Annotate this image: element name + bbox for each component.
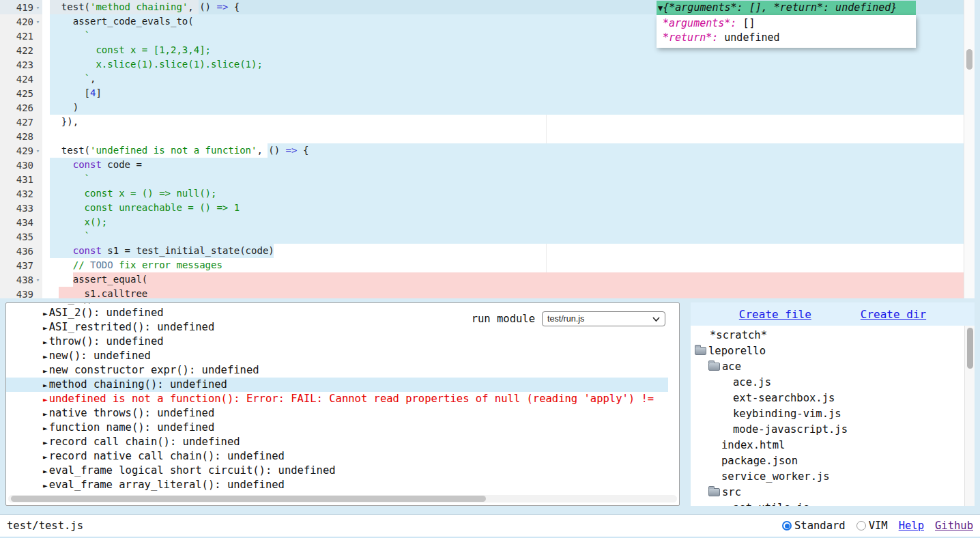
highlight-pink [59, 287, 975, 298]
help-link[interactable]: Help [899, 520, 924, 532]
code-line-430[interactable]: const code = [0, 158, 975, 172]
code-line-435[interactable]: ` [0, 229, 975, 244]
test-result-item[interactable]: ►method chaining(): undefined [6, 378, 668, 392]
code-line-424[interactable]: `, [0, 72, 975, 86]
tree-file-keybinding-vim-js[interactable]: keybinding-vim.js [691, 406, 964, 421]
tree-item-label: keybinding-vim.js [733, 408, 841, 420]
tree-file-service-worker-js[interactable]: service_worker.js [691, 468, 964, 484]
code-text: test('undefined is not a function', () =… [50, 143, 308, 158]
expand-triangle-icon[interactable]: ► [43, 395, 48, 404]
tree-file-index-html[interactable]: index.html [691, 437, 964, 453]
run-module-label: run module [472, 313, 535, 325]
run-module-select[interactable]: test/run.js [542, 311, 665, 326]
tree-folder-ace[interactable]: ace [691, 358, 964, 374]
test-result-label: function name(): undefined [49, 421, 215, 434]
code-line-434[interactable]: x(); [0, 215, 975, 229]
code-line-436[interactable]: const s1 = test_initial_state(code) [0, 244, 975, 258]
folder-icon [708, 488, 720, 496]
expand-triangle-icon[interactable]: ► [43, 352, 48, 361]
test-result-item[interactable]: ►eval_frame array_literal(): undefined [6, 478, 668, 492]
code-text: // TODO fix error messages [50, 258, 222, 272]
expand-triangle-icon[interactable]: ► [43, 309, 48, 318]
expand-triangle-icon[interactable]: ► [43, 367, 48, 376]
test-result-label: eval_frame array_literal(): undefined [49, 479, 285, 491]
files-scrollbar[interactable] [964, 326, 975, 506]
test-result-label: method chaining(): undefined [49, 378, 227, 391]
code-text: assert_equal( [50, 272, 147, 287]
code-line-432[interactable]: const x = () => null(); [0, 186, 975, 201]
fold-arrow-icon[interactable]: ▾ [33, 277, 42, 283]
tree-file-ast-utils-js[interactable]: ast_utils.js [691, 500, 964, 506]
code-line-428[interactable] [0, 129, 975, 143]
results-scrollbar-thumb[interactable] [11, 496, 486, 502]
code-line-433[interactable]: const unreachable = () => 1 [0, 201, 975, 215]
files-scrollbar-thumb[interactable] [967, 328, 973, 369]
tree-file--scratch-[interactable]: *scratch* [691, 327, 964, 343]
line-number-433: 433 [0, 201, 42, 215]
expand-triangle-icon[interactable]: ► [43, 338, 48, 347]
radio-unselected-icon[interactable] [856, 521, 866, 530]
editor-scrollbar[interactable] [964, 0, 975, 298]
code-line-437[interactable]: // TODO fix error messages [0, 258, 975, 272]
create-file-link[interactable]: Create file [739, 308, 811, 321]
test-result-item[interactable]: ►native throws(): undefined [6, 406, 668, 421]
expand-triangle-icon[interactable]: ► [43, 438, 48, 447]
test-result-item[interactable]: ►new constructor expr(): undefined [6, 363, 668, 378]
expand-triangle-icon[interactable]: ► [43, 467, 48, 476]
expand-triangle-icon[interactable]: ► [43, 302, 48, 304]
tree-item-label: service_worker.js [721, 470, 830, 483]
test-result-item[interactable]: ►function name(): undefined [6, 421, 668, 435]
line-number-430: 430 [0, 158, 42, 172]
tree-file-ext-searchbox-js[interactable]: ext-searchbox.js [691, 390, 964, 406]
code-text: test('method chaining', () => { [50, 0, 240, 14]
create-dir-link[interactable]: Create dir [861, 308, 926, 321]
code-line-439[interactable]: s1.calltree [0, 287, 975, 298]
tree-file-ace-js[interactable]: ace.js [691, 374, 964, 390]
tree-file-mode-javascript-js[interactable]: mode-javascript.js [691, 421, 964, 437]
expand-triangle-icon[interactable]: ► [43, 453, 48, 462]
keybinding-radio-standard[interactable]: Standard [782, 520, 846, 532]
test-result-label: ASI_1(): undefined [49, 302, 164, 305]
code-text: ) [50, 100, 78, 115]
code-line-431[interactable]: ` [0, 172, 975, 186]
tooltip-entry[interactable]: *return*: undefined [663, 31, 916, 45]
file-tree: *scratch*leporelloaceace.jsext-searchbox… [691, 327, 964, 506]
test-result-item[interactable]: ►record native call chain(): undefined [6, 449, 668, 464]
expand-triangle-icon[interactable]: ► [43, 410, 48, 419]
test-results-list: ►ASI_1(): undefined►ASI_2(): undefined►A… [6, 302, 668, 492]
test-result-item[interactable]: ►throw(): undefined [6, 335, 668, 349]
code-line-429[interactable]: test('undefined is not a function', () =… [0, 143, 975, 158]
code-line-438[interactable]: assert_equal( [0, 272, 975, 287]
tooltip-entry[interactable]: *arguments*: [] [663, 16, 916, 31]
code-text: [4] [50, 86, 102, 100]
fold-arrow-icon[interactable]: ▾ [33, 147, 42, 154]
test-result-item[interactable]: ►new(): undefined [6, 349, 668, 363]
code-line-423[interactable]: x.slice(1).slice(1).slice(1); [0, 57, 975, 72]
code-line-426[interactable]: ) [0, 100, 975, 115]
code-line-425[interactable]: [4] [0, 86, 975, 100]
keybinding-radio-vim[interactable]: VIM [856, 520, 888, 532]
code-text: ` [50, 29, 90, 43]
test-result-item[interactable]: ►undefined is not a function(): Error: F… [6, 392, 668, 406]
tree-file-package-json[interactable]: package.json [691, 453, 964, 468]
fold-arrow-icon[interactable]: ▾ [33, 4, 42, 11]
test-result-item[interactable]: ►record call chain(): undefined [6, 435, 668, 449]
fold-arrow-icon[interactable]: ▾ [33, 18, 42, 25]
line-number-420: 420▾ [0, 14, 42, 29]
code-text: const x = () => null(); [50, 186, 216, 201]
expand-triangle-icon[interactable]: ► [43, 481, 48, 490]
radio-selected-icon[interactable] [782, 521, 792, 530]
expand-triangle-icon[interactable]: ► [43, 324, 48, 332]
editor-scrollbar-thumb[interactable] [966, 49, 972, 70]
tree-folder-src[interactable]: src [691, 484, 964, 500]
expand-triangle-icon[interactable]: ► [43, 381, 48, 390]
tree-folder-leporello[interactable]: leporello [691, 343, 964, 358]
results-horizontal-scrollbar[interactable] [8, 495, 677, 502]
tooltip-header[interactable]: ▼{*arguments*: [], *return*: undefined} [657, 1, 916, 15]
test-result-item[interactable]: ►eval_frame logical short circuit(): und… [6, 464, 668, 478]
test-result-label: eval_frame logical short circuit(): unde… [49, 464, 336, 477]
code-line-427[interactable]: }), [0, 115, 975, 129]
code-editor[interactable]: test('method chaining', () => { assert_c… [0, 0, 975, 298]
expand-triangle-icon[interactable]: ► [43, 424, 48, 433]
github-link[interactable]: Github [935, 520, 973, 532]
